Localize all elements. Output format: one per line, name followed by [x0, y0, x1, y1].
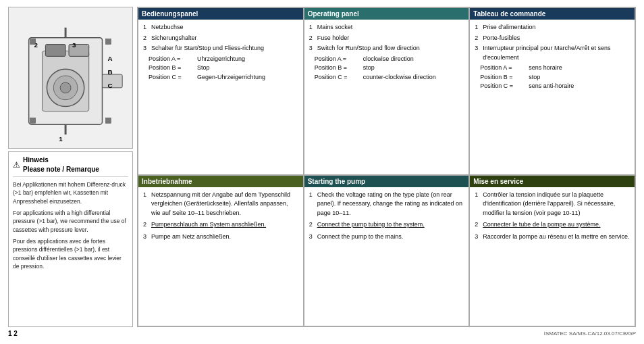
list-item: 2 Sicherungshalter: [143, 34, 298, 43]
list-item: 2 Porte-fusibles: [475, 34, 630, 43]
list-item: 1 Contrôler la tension indiquée sur la p…: [475, 191, 630, 218]
sub-item: Position B = stop: [315, 64, 464, 73]
main-content: A B C 1 2 3: [8, 7, 636, 327]
list-item: 1 Mains socket: [309, 23, 464, 32]
svg-text:1: 1: [59, 135, 63, 143]
list-item: 2 Connect the pump tubing to the system.: [309, 220, 464, 230]
svg-text:3: 3: [72, 41, 76, 49]
warning-title: Hinweis Please note / Remarque: [23, 155, 99, 174]
content-starting-the-pump: 1 Check the voltage rating on the type p…: [309, 191, 464, 323]
cell-inbetriebnahme: Inbetriebnahme 1 Netzspannung mit der An…: [138, 175, 304, 327]
sub-item: Position A = clockwise direction: [315, 55, 464, 64]
list-item: 1 Netzbuchse: [143, 23, 298, 32]
list-item: 2 Fuse holder: [309, 34, 464, 43]
svg-text:B: B: [107, 68, 112, 76]
sub-item: Position A = Uhrzeigerrichtung: [149, 55, 298, 64]
sub-item: Position C = Gegen-Uhrzeigerrichtung: [149, 73, 298, 82]
list-item: 2 Pumpenschlauch am System anschließen.: [143, 220, 298, 230]
list-item: 3 Switch for Run/Stop and flow direction: [309, 44, 464, 53]
list-item: 3 Interrupteur principal pour Marche/Arr…: [475, 44, 630, 62]
list-item: 3 Pumpe am Netz anschließen.: [143, 232, 298, 242]
svg-rect-19: [30, 118, 36, 123]
pump-diagram: A B C 1 2 3: [9, 7, 132, 148]
sub-item: Position C = counter-clockwise direction: [315, 73, 464, 82]
cell-mise-en-service: Mise en service 1 Contrôler la tension i…: [469, 175, 635, 327]
svg-rect-17: [30, 39, 36, 45]
sub-item: Position B = Stop: [149, 64, 298, 73]
list-item: 1 Netzspannung mit der Angabe auf dem Ty…: [143, 191, 298, 218]
header-operating-panel: Operating panel: [304, 8, 469, 20]
warning-header: ⚠ Hinweis Please note / Remarque: [13, 155, 128, 177]
header-inbetriebnahme: Inbetriebnahme: [138, 176, 303, 187]
list-item: 1 Check the voltage rating on the type p…: [309, 191, 464, 218]
bottom-bar: 1 2 ISMATEC SA/MS-CA/12.03.07/CB/GP: [8, 330, 636, 337]
svg-point-7: [60, 82, 71, 93]
svg-text:A: A: [107, 55, 112, 62]
header-mise-en-service: Mise en service: [470, 176, 635, 187]
cell-bedienungspanel: Bedienungspanel 1 Netzbuchse 2 Sicherung…: [138, 7, 304, 175]
sub-item: Position A = sens horaire: [480, 64, 630, 73]
list-item: 3 Schalter für Start/Stop und Fliess-ric…: [143, 44, 298, 53]
content-bedienungspanel: 1 Netzbuchse 2 Sicherungshalter 3 Schalt…: [143, 23, 298, 171]
sub-item: Position C = sens anti-horaire: [480, 82, 630, 91]
page-number: 1 2: [8, 330, 18, 337]
content-tableau-de-commande: 1 Prise d'alimentation 2 Porte-fusibles …: [475, 23, 630, 171]
warning-box: ⚠ Hinweis Please note / Remarque Bei App…: [8, 151, 133, 327]
sub-item: Position B = stop: [480, 73, 630, 82]
left-panel: A B C 1 2 3: [8, 7, 133, 327]
header-starting-the-pump: Starting the pump: [304, 176, 469, 187]
content-operating-panel: 1 Mains socket 2 Fuse holder 3 Switch fo…: [309, 23, 464, 171]
ismatec-label: ISMATEC SA/MS-CA/12.03.07/CB/GP: [544, 330, 636, 337]
content-mise-en-service: 1 Contrôler la tension indiquée sur la p…: [475, 191, 630, 323]
header-bedienungspanel: Bedienungspanel: [138, 8, 303, 20]
cell-starting-the-pump: Starting the pump 1 Check the voltage ra…: [304, 175, 470, 327]
svg-rect-18: [105, 39, 111, 45]
svg-rect-3: [45, 45, 65, 57]
diagram-box: A B C 1 2 3: [8, 7, 133, 149]
right-grid: Bedienungspanel 1 Netzbuchse 2 Sicherung…: [137, 7, 636, 327]
warning-icon: ⚠: [13, 160, 20, 170]
svg-text:C: C: [107, 82, 112, 89]
cell-operating-panel: Operating panel 1 Mains socket 2 Fuse ho…: [304, 7, 470, 175]
header-tableau-de-commande: Tableau de commande: [470, 8, 635, 20]
list-item: 2 Connecter le tube de la pompe au systè…: [475, 220, 630, 230]
page-wrapper: A B C 1 2 3: [0, 0, 644, 344]
list-item: 3 Raccorder la pompe au réseau et la met…: [475, 232, 630, 242]
cell-tableau-de-commande: Tableau de commande 1 Prise d'alimentati…: [469, 7, 635, 175]
list-item: 1 Prise d'alimentation: [475, 23, 630, 32]
content-inbetriebnahme: 1 Netzspannung mit der Angabe auf dem Ty…: [143, 191, 298, 323]
warning-text: Bei Applikationen mit hohem Differenz-dr…: [13, 180, 128, 270]
list-item: 3 Connect the pump to the mains.: [309, 232, 464, 242]
svg-rect-20: [105, 118, 111, 123]
